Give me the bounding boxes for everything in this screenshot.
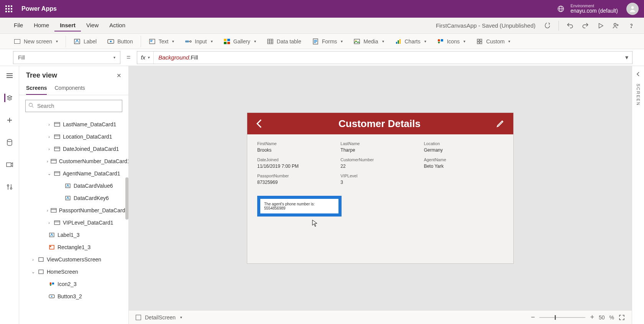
help-icon[interactable] [627,21,636,30]
svg-rect-10 [224,39,227,41]
input-button[interactable]: Input▾ [179,36,218,46]
preview-field[interactable]: VIPLevel3 [340,174,420,185]
tree-scrollbar[interactable] [125,177,128,220]
share-icon[interactable] [612,21,620,30]
search-input[interactable] [25,100,122,112]
charts-label: Charts [405,38,421,45]
forms-button[interactable]: Forms▾ [307,36,348,46]
preview-field[interactable]: LastNameTharpe [340,141,420,153]
advanced-tools-icon[interactable] [5,183,14,191]
text-button[interactable]: Text▾ [143,36,180,46]
preview-field[interactable]: PassportNumber87325969 [257,174,337,185]
tree-node[interactable]: DataCardValue6 [19,180,128,192]
tree-node[interactable]: Label1_3 [19,229,128,241]
chevron-icon[interactable]: › [47,147,51,151]
preview-field[interactable]: CustomerNumber22 [340,157,420,169]
chevron-icon[interactable]: › [31,257,35,262]
media-rail-icon[interactable] [5,160,14,169]
svg-rect-35 [51,159,56,163]
svg-rect-12 [224,42,227,44]
tree-node[interactable]: Rectangle1_3 [19,241,128,253]
formula-expand-icon[interactable]: ▾ [621,54,632,61]
tree-node[interactable]: ›VIPLevel_DataCard1 [19,217,128,229]
edit-icon[interactable] [496,119,505,128]
tree-tab-screens[interactable]: Screens [26,85,47,95]
insert-icon[interactable] [5,116,14,124]
tree-node[interactable]: Button3_2 [19,290,128,303]
tree-view-icon[interactable] [4,94,13,102]
svg-rect-19 [398,40,399,44]
button-button[interactable]: Button [102,36,138,46]
tree-node[interactable]: ⌄AgentName_DataCard1 [19,167,128,180]
property-selector[interactable]: Fill ▾ [13,51,120,64]
tree-node[interactable]: ›Location_DataCard1 [19,131,128,143]
app-preview[interactable]: Customer Details FirstNameBrooksLastName… [247,113,513,263]
tree-node[interactable]: ⌄HomeScreen [19,266,128,278]
select-screen-checkbox[interactable] [136,315,141,320]
data-table-button[interactable]: Data table [261,36,307,46]
menu-view[interactable]: View [81,20,104,31]
close-icon[interactable]: ✕ [117,72,122,79]
new-screen-button[interactable]: New screen ▾ [8,36,63,46]
tree-node[interactable]: ›CustomerNumber_DataCard1 [19,155,128,167]
app-checker-icon[interactable] [543,21,552,30]
tree-tab-components[interactable]: Components [54,85,85,95]
menu-home[interactable]: Home [28,20,54,31]
current-screen-name[interactable]: DetailScreen [145,314,176,321]
chevron-icon[interactable]: ⌄ [31,269,35,274]
tree-node[interactable]: Icon2_3 [19,278,128,290]
field-label: LastName [340,141,420,146]
chevron-down-icon: ▾ [211,39,213,43]
chevron-down-icon: ▾ [382,39,384,43]
undo-icon[interactable] [566,21,574,30]
preview-field[interactable]: AgentNameBeto Yark [424,157,503,169]
tree-node[interactable]: ›DateJoined_DataCard1 [19,143,128,155]
user-avatar[interactable] [626,3,639,15]
tree-node[interactable]: ›ViewCustomersScreen [19,253,128,266]
preview-field[interactable]: FirstNameBrooks [257,141,337,153]
menu-action[interactable]: Action [104,20,131,31]
preview-field[interactable]: LocationGermany [424,141,503,153]
tree-node[interactable]: ›PassportNumber_DataCard1 [19,204,128,217]
search-icon [28,102,34,108]
play-icon[interactable] [596,21,605,30]
right-properties-rail[interactable]: SCREEN [632,66,644,324]
hamburger-icon[interactable] [5,71,14,80]
chevron-down-icon[interactable]: ▾ [180,315,182,319]
tree-node[interactable]: DataCardKey6 [19,192,128,204]
zoom-slider[interactable] [539,317,585,318]
gallery-button[interactable]: Gallery▾ [218,36,261,46]
environment-picker[interactable]: Environment enayu.com (default) [557,3,618,14]
chevron-icon[interactable]: ⌄ [47,171,51,176]
tree-node[interactable]: ›LastName_DataCard1 [19,118,128,131]
formula-input[interactable]: Background.Fill [154,54,621,61]
agent-phone-callout[interactable]: The agent's phone number is: 5554856989 [257,196,342,217]
zoom-out-icon[interactable]: − [531,313,535,321]
redo-icon[interactable] [581,21,590,30]
app-launcher-icon[interactable] [5,5,12,12]
preview-field[interactable]: DateJoined11/16/2019 7:00 PM [257,157,337,169]
svg-rect-25 [477,42,479,44]
chevron-icon[interactable]: › [47,208,48,213]
custom-button[interactable]: Custom▾ [471,36,516,46]
menu-file[interactable]: File [8,20,28,31]
fit-screen-icon[interactable] [619,314,625,321]
zoom-in-icon[interactable]: + [590,313,594,321]
node-type-icon [54,171,61,176]
label-button[interactable]: Label [68,36,102,46]
fx-icon[interactable]: fx▾ [137,51,154,64]
svg-rect-16 [354,39,360,44]
chevron-icon[interactable]: › [47,220,51,225]
icons-button[interactable]: Icons▾ [432,36,471,46]
media-button[interactable]: Media▾ [348,36,389,46]
svg-point-29 [7,185,9,186]
charts-button[interactable]: Charts▾ [389,36,432,46]
chevron-icon[interactable]: › [47,159,48,164]
menu-insert[interactable]: Insert [54,20,81,31]
node-label: Label1_3 [58,232,80,238]
data-icon[interactable] [5,138,14,147]
field-label: AgentName [424,157,503,162]
chevron-icon[interactable]: › [47,122,51,127]
back-icon[interactable] [256,118,263,129]
chevron-icon[interactable]: › [47,134,51,139]
